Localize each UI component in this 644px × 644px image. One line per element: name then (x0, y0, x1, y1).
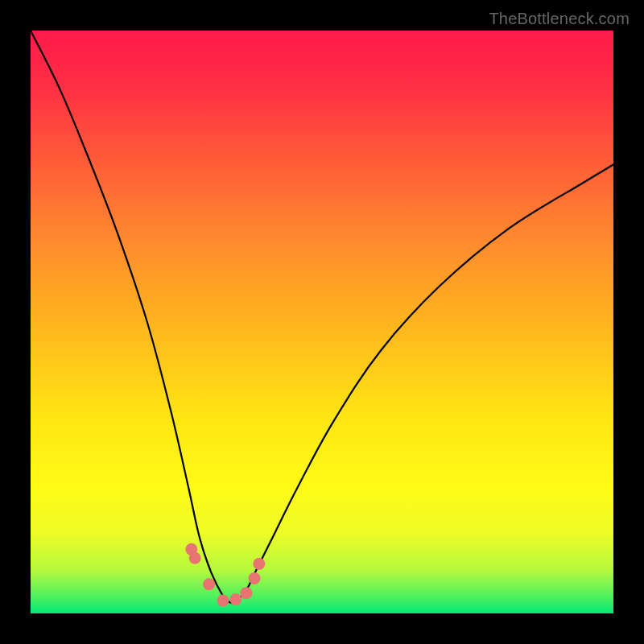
marker-dots (185, 543, 265, 607)
bottleneck-curve (31, 31, 613, 603)
curve-layer (31, 31, 613, 613)
marker-dot (217, 595, 229, 607)
chart-frame: TheBottleneck.com (0, 0, 644, 644)
marker-dot (189, 552, 201, 564)
marker-dot (249, 572, 261, 584)
marker-dot (203, 578, 215, 590)
marker-dot (229, 593, 242, 605)
watermark-text: TheBottleneck.com (489, 10, 630, 28)
marker-dot (240, 587, 252, 599)
marker-dot (253, 558, 265, 570)
plot-area (31, 31, 613, 613)
